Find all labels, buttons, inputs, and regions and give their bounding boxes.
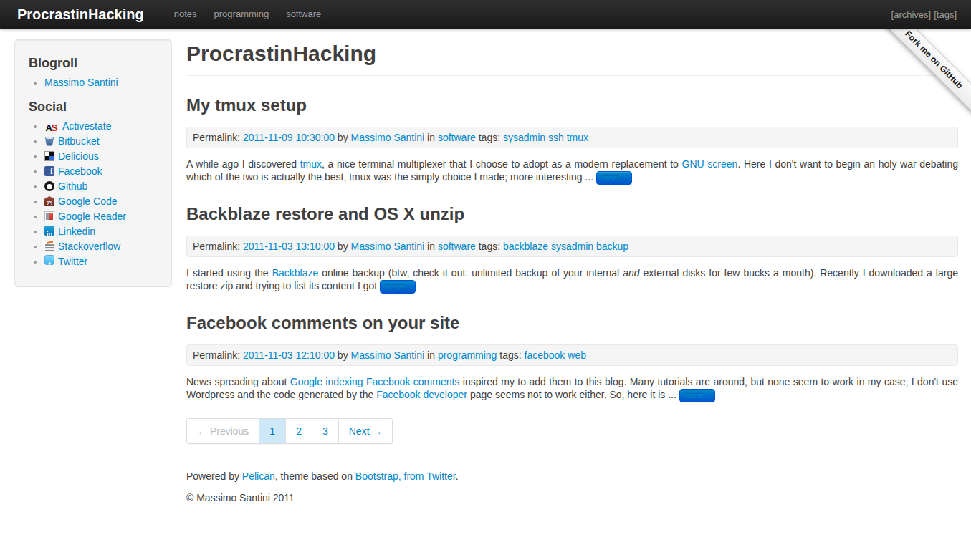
emphasis-text: and: [623, 267, 639, 279]
sidebar-section-title: Blogroll: [29, 54, 158, 73]
permalink-bar: Permalink: 2011-11-03 13:10:00 by Massim…: [186, 236, 958, 257]
text-segment: A while ago I discovered: [186, 158, 300, 170]
sidebar-item: Google Reader: [44, 209, 158, 224]
pagination-page-2[interactable]: 2: [285, 419, 312, 443]
pagination-previous[interactable]: ← Previous: [187, 419, 259, 443]
tag-link[interactable]: backup: [596, 241, 628, 252]
sidebar-link-github[interactable]: Github: [58, 180, 87, 192]
github-icon: [44, 181, 54, 191]
sidebar-link-activestate[interactable]: Activestate: [62, 120, 111, 132]
page-layout: BlogrollMassimo SantiniSocialActivestate…: [0, 29, 971, 541]
post: Facebook comments on your sitePermalink:…: [186, 312, 958, 402]
brand-link[interactable]: ProcrastinHacking: [17, 8, 144, 21]
author-link[interactable]: Massimo Santini: [351, 241, 425, 252]
by-label: by: [335, 349, 351, 361]
sidebar-link-facebook[interactable]: Facebook: [58, 165, 102, 177]
sidebar-section-title: Social: [29, 97, 158, 117]
sidebar-item: Massimo Santini: [44, 75, 158, 90]
permalink-date-link[interactable]: 2011-11-03 12:10:00: [243, 349, 335, 361]
by-label: by: [335, 132, 351, 143]
nav-right-link-archives[interactable]: [archives]: [891, 9, 932, 20]
sidebar-item: Github: [44, 179, 158, 194]
tags-label: tags:: [497, 349, 524, 361]
nav-link-software[interactable]: software: [277, 8, 330, 21]
more-button[interactable]: more...: [596, 171, 632, 185]
navbar-links: notesprogrammingsoftware: [166, 8, 330, 21]
sidebar-item: Facebook: [44, 164, 158, 179]
post-summary: A while ago I discovered tmux, a nice te…: [186, 158, 958, 185]
inline-link[interactable]: Backblaze: [272, 267, 319, 279]
tags-label: tags:: [476, 241, 503, 252]
sidebar-link-linkedin[interactable]: Linkedin: [58, 226, 95, 237]
sidebar-item: Stackoverflow: [44, 239, 158, 254]
footer-copyright: © Massimo Santini 2011: [186, 491, 958, 504]
post-summary: I started using the Backblaze online bac…: [186, 266, 958, 294]
linkedin-icon: [44, 226, 54, 236]
text-segment: , a nice terminal multiplexer that I cho…: [322, 158, 682, 170]
facebook-icon: [44, 166, 54, 176]
page-title: ProcrastinHacking: [186, 41, 958, 76]
permalink-bar: Permalink: 2011-11-09 10:30:00 by Massim…: [186, 127, 958, 148]
in-label: in: [424, 349, 438, 361]
nav-right-link-tags[interactable]: [tags]: [934, 9, 957, 20]
tag-link[interactable]: ssh: [548, 132, 564, 143]
inline-link[interactable]: Bootstrap, from Twitter: [355, 470, 456, 482]
inline-link[interactable]: GNU screen: [682, 158, 738, 170]
category-link[interactable]: programming: [438, 349, 497, 361]
sidebar-link-delicious[interactable]: Delicious: [58, 150, 99, 162]
navbar-right-links: [archives][tags]: [889, 8, 957, 21]
sidebar-list: Massimo Santini: [29, 75, 158, 90]
text-segment: I started using the: [186, 267, 272, 279]
nav-link-programming[interactable]: programming: [206, 8, 278, 21]
in-label: in: [424, 241, 438, 252]
sidebar-link-google-reader[interactable]: Google Reader: [58, 211, 126, 222]
twitter-icon: [44, 255, 54, 265]
post-title: Facebook comments on your site: [186, 312, 958, 334]
tag-link[interactable]: backblaze: [503, 241, 548, 252]
sidebar-link-bitbucket[interactable]: Bitbucket: [58, 135, 100, 147]
inline-link[interactable]: Facebook developer: [376, 389, 467, 400]
in-label: in: [424, 132, 438, 143]
inline-link[interactable]: Google indexing Facebook comments: [290, 376, 460, 387]
pagination-page-1[interactable]: 1: [259, 419, 285, 443]
more-button[interactable]: more...: [679, 389, 715, 402]
sidebar-item: Bitbucket: [44, 134, 158, 149]
google-code-icon: [44, 196, 54, 206]
by-label: by: [335, 241, 351, 252]
tag-link[interactable]: sysadmin: [503, 132, 545, 143]
inline-link[interactable]: tmux: [300, 158, 322, 170]
permalink-date-link[interactable]: 2011-11-03 13:10:00: [243, 241, 335, 252]
sidebar-link-massimo-santini[interactable]: Massimo Santini: [44, 77, 118, 88]
sidebar-list: ActivestateBitbucketDeliciousFacebookGit…: [29, 119, 158, 269]
pagination-page-3[interactable]: 3: [312, 419, 338, 443]
inline-link[interactable]: Pelican: [242, 470, 275, 482]
tag-link[interactable]: tmux: [567, 132, 588, 143]
activestate-icon: [44, 120, 59, 130]
author-link[interactable]: Massimo Santini: [351, 349, 425, 361]
tag-link[interactable]: web: [568, 349, 586, 361]
tag-link[interactable]: facebook: [525, 349, 565, 361]
tag-link[interactable]: sysadmin: [551, 241, 593, 252]
category-link[interactable]: software: [438, 132, 476, 143]
text-segment: .: [456, 470, 459, 482]
sidebar-link-google-code[interactable]: Google Code: [58, 195, 118, 207]
author-link[interactable]: Massimo Santini: [351, 132, 425, 143]
sidebar-link-stackoverflow[interactable]: Stackoverflow: [58, 241, 120, 252]
post-list: My tmux setupPermalink: 2011-11-09 10:30…: [186, 95, 958, 402]
sidebar-item: Delicious: [44, 149, 158, 164]
more-button[interactable]: more...: [380, 280, 416, 294]
pagination-next[interactable]: Next →: [338, 419, 393, 443]
post-title: My tmux setup: [186, 95, 958, 116]
text-segment: News spreading about: [186, 376, 290, 387]
post: Backblaze restore and OS X unzipPermalin…: [186, 203, 958, 294]
sidebar-link-twitter[interactable]: Twitter: [58, 256, 87, 267]
category-link[interactable]: software: [438, 241, 476, 252]
permalink-label: Permalink:: [193, 132, 243, 143]
footer: Powered by Pelican, theme based on Boots…: [186, 470, 958, 504]
nav-link-notes[interactable]: notes: [166, 8, 206, 21]
permalink-date-link[interactable]: 2011-11-09 10:30:00: [243, 132, 335, 143]
text-segment: , theme based on: [275, 470, 355, 482]
main-content: ProcrastinHacking My tmux setupPermalink…: [186, 39, 958, 541]
sidebar-item: Activestate: [44, 119, 158, 134]
sidebar-item: Twitter: [44, 254, 158, 269]
